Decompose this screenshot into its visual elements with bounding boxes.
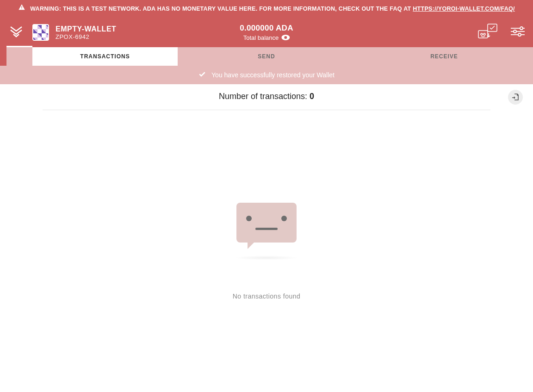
svg-point-6 xyxy=(481,33,483,35)
wallet-tabs: TRANSACTIONS SEND RECEIVE xyxy=(0,47,533,66)
buy-sell-button[interactable] xyxy=(477,23,498,42)
balance-block: 0.000000 ADA Total balance xyxy=(240,24,293,42)
faq-link[interactable]: HTTPS://YOROI-WALLET.COM/FAQ/ xyxy=(413,6,515,12)
svg-point-13 xyxy=(518,33,521,36)
wallet-plate-code: ZPOX-6942 xyxy=(56,33,116,40)
empty-face-eye xyxy=(281,216,287,221)
tab-send[interactable]: SEND xyxy=(178,47,355,66)
tab-receive[interactable]: RECEIVE xyxy=(355,47,533,66)
empty-face-eye xyxy=(246,216,252,221)
warning-prefix: WARNING: THIS IS A TEST NETWORK. ADA HAS… xyxy=(30,6,413,12)
settings-button[interactable] xyxy=(511,26,525,38)
wallet-selector[interactable]: EMPTY-WALLET ZPOX-6942 xyxy=(32,24,116,41)
empty-state: No transactions found xyxy=(0,203,533,300)
export-file-icon xyxy=(512,93,519,101)
transactions-panel: Number of transactions: 0 No transaction… xyxy=(0,84,533,300)
empty-state-shadow xyxy=(234,255,299,260)
transaction-count-label: Number of transactions: xyxy=(219,92,310,101)
balance-amount: 0.000000 ADA xyxy=(240,24,293,33)
svg-point-11 xyxy=(514,30,516,33)
svg-point-0 xyxy=(22,8,22,9)
empty-state-illustration xyxy=(236,203,297,243)
toggle-balance-visibility-button[interactable] xyxy=(281,35,290,40)
svg-rect-1 xyxy=(22,6,22,8)
sidebar-spacer xyxy=(0,47,6,66)
transaction-count-value: 0 xyxy=(310,92,314,101)
svg-point-9 xyxy=(520,27,523,30)
svg-point-7 xyxy=(483,33,485,35)
balance-label: Total balance xyxy=(243,34,279,41)
yoroi-logo-icon xyxy=(10,25,23,39)
sidebar-active-indicator xyxy=(6,47,32,66)
warning-icon xyxy=(18,4,25,14)
wallet-name: EMPTY-WALLET xyxy=(56,25,116,33)
wallet-avatar xyxy=(32,24,49,41)
success-message: You have successfully restored your Wall… xyxy=(211,71,335,79)
empty-state-text: No transactions found xyxy=(233,292,301,300)
brand-menu-button[interactable] xyxy=(0,18,32,47)
balance-label-row: Total balance xyxy=(243,34,290,41)
export-transactions-button[interactable] xyxy=(508,90,523,105)
app-header: EMPTY-WALLET ZPOX-6942 0.000000 ADA Tota… xyxy=(0,18,533,47)
check-icon xyxy=(198,71,206,80)
empty-face-mouth xyxy=(255,228,278,230)
testnet-warning-banner: WARNING: THIS IS A TEST NETWORK. ADA HAS… xyxy=(0,0,533,18)
tab-transactions[interactable]: TRANSACTIONS xyxy=(32,47,178,66)
svg-point-3 xyxy=(284,36,287,39)
transaction-count-row: Number of transactions: 0 xyxy=(43,92,490,110)
success-banner: You have successfully restored your Wall… xyxy=(0,66,533,84)
wallet-info: EMPTY-WALLET ZPOX-6942 xyxy=(56,25,116,40)
testnet-warning-text: WARNING: THIS IS A TEST NETWORK. ADA HAS… xyxy=(30,4,515,13)
